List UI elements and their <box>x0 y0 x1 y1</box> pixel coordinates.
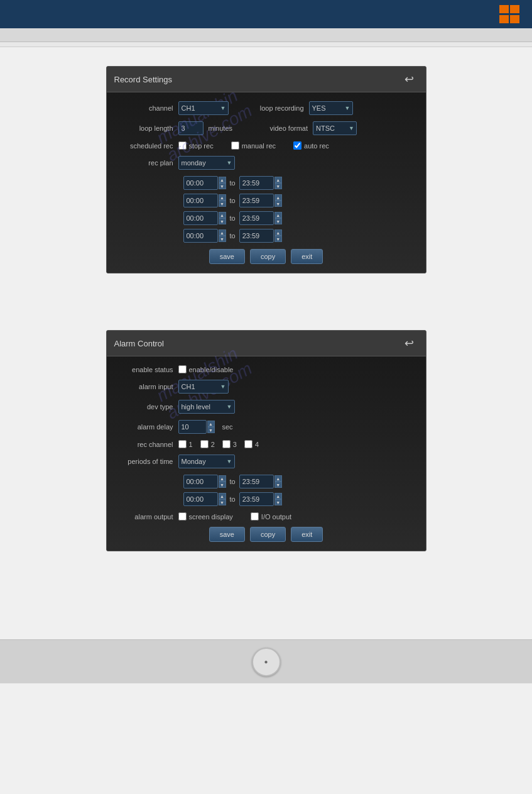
alarm-time2-from-up[interactable]: ▲ <box>219 493 226 499</box>
record-save-button[interactable]: save <box>209 249 245 264</box>
loop-length-input[interactable] <box>178 121 204 135</box>
alarm-control-panel: manualshinarchive.com Alarm Control ↩ en… <box>106 330 426 551</box>
record-time4-to-spinner: ▲ ▼ <box>239 229 282 243</box>
rec-ch1-label[interactable]: 1 <box>178 440 193 448</box>
record-time2-to-up[interactable]: ▲ <box>274 194 282 201</box>
alarm-time2-from-down[interactable]: ▼ <box>219 499 226 505</box>
alarm-delay-input[interactable] <box>178 420 207 434</box>
alarm-time2-to-up[interactable]: ▲ <box>274 493 282 499</box>
record-time4-to-arrows: ▲ ▼ <box>274 229 282 242</box>
io-output-checkbox-label[interactable]: I/O output <box>251 512 291 521</box>
stop-rec-checkbox[interactable] <box>178 141 187 150</box>
record-time2-to-input[interactable] <box>239 194 274 207</box>
alarm-control-back-button[interactable]: ↩ <box>401 336 418 351</box>
alarm-time2-to-input[interactable] <box>239 492 274 506</box>
alarm-time1-to-down[interactable]: ▼ <box>274 482 282 488</box>
record-time1-to-up[interactable]: ▲ <box>274 177 282 183</box>
record-settings-back-button[interactable]: ↩ <box>401 72 418 87</box>
record-time4-to-down[interactable]: ▼ <box>274 236 282 242</box>
alarm-time2-to-down[interactable]: ▼ <box>274 499 282 505</box>
channel-select-wrapper: CH1CH2CH3CH4 ▼ <box>178 101 229 115</box>
enable-disable-checkbox-label[interactable]: enable/disable <box>178 365 234 373</box>
loop-recording-select[interactable]: YESNO <box>309 101 353 115</box>
rec-ch2-checkbox[interactable] <box>200 440 209 448</box>
row-enable-status: enable status enable/disable <box>117 365 416 373</box>
periods-label: periods of time <box>117 458 173 465</box>
alarm-exit-button[interactable]: exit <box>291 527 323 542</box>
row-alarm-delay: alarm delay ▲ ▼ sec <box>117 420 416 434</box>
rec-plan-select[interactable]: mondaytuesdaywednesday thursdayfridaysat… <box>178 156 235 170</box>
record-time1-from-down[interactable]: ▼ <box>219 183 226 189</box>
record-time3-from-input[interactable] <box>183 211 218 225</box>
rec-ch4-checkbox[interactable] <box>244 440 252 448</box>
video-format-group: video format NTSCPAL ▼ <box>251 121 357 135</box>
record-time4-from-down[interactable]: ▼ <box>219 236 226 242</box>
record-time4-from-input[interactable] <box>183 229 218 243</box>
alarm-delay-up[interactable]: ▲ <box>207 421 215 427</box>
record-copy-button[interactable]: copy <box>250 249 286 264</box>
minutes-label: minutes <box>209 124 233 132</box>
manual-rec-checkbox[interactable] <box>231 141 239 150</box>
screen-display-checkbox[interactable] <box>178 512 187 521</box>
alarm-time2-to-spinner: ▲ ▼ <box>239 492 282 506</box>
record-time3-from-arrows: ▲ ▼ <box>219 212 226 224</box>
alarm-to-label-2: to <box>230 495 236 503</box>
alarm-save-button[interactable]: save <box>209 527 245 542</box>
record-time1-to-input[interactable] <box>239 176 274 190</box>
periods-select-wrapper: MondayTuesdayWednesday ThursdayFridaySat… <box>178 455 235 468</box>
periods-select[interactable]: MondayTuesdayWednesday ThursdayFridaySat… <box>178 455 235 468</box>
record-exit-button[interactable]: exit <box>291 249 323 264</box>
stop-rec-checkbox-label[interactable]: stop rec <box>178 141 214 150</box>
record-time4-from-spinner: ▲ ▼ <box>183 229 226 243</box>
alarm-copy-button[interactable]: copy <box>250 527 286 542</box>
auto-rec-checkbox[interactable] <box>293 141 301 150</box>
enable-disable-checkbox[interactable] <box>178 365 187 373</box>
record-time2-from-spinner: ▲ ▼ <box>183 194 226 207</box>
record-time4-to-input[interactable] <box>239 229 274 243</box>
main-content: manualshinarchive.com Record Settings ↩ … <box>0 47 532 639</box>
record-time2-from-input[interactable] <box>183 194 218 207</box>
video-format-select[interactable]: NTSCPAL <box>313 121 357 135</box>
rec-ch2-label[interactable]: 2 <box>200 440 215 448</box>
record-time1-to-down[interactable]: ▼ <box>274 183 282 189</box>
io-output-checkbox[interactable] <box>251 512 259 521</box>
record-time3-from-up[interactable]: ▲ <box>219 212 226 218</box>
rec-ch2-text: 2 <box>211 441 215 448</box>
record-time1-from-input[interactable] <box>183 176 218 190</box>
record-time3-to-input[interactable] <box>239 211 274 225</box>
dev-type-select[interactable]: high levellow level <box>178 400 235 414</box>
rec-ch3-label[interactable]: 3 <box>222 440 237 448</box>
alarm-time2-from-input[interactable] <box>183 492 218 506</box>
channel-select[interactable]: CH1CH2CH3CH4 <box>178 101 229 115</box>
alarm-time1-from-down[interactable]: ▼ <box>219 482 226 488</box>
alarm-time1-from-up[interactable]: ▲ <box>219 475 226 482</box>
record-time3-to-arrows: ▲ ▼ <box>274 212 282 224</box>
record-to-label-3: to <box>230 214 236 222</box>
record-time3-to-down[interactable]: ▼ <box>274 218 282 224</box>
alarm-time1-to-up[interactable]: ▲ <box>274 475 282 482</box>
screen-display-label: screen display <box>189 513 233 521</box>
record-time1-from-spinner: ▲ ▼ <box>183 176 226 190</box>
screen-display-checkbox-label[interactable]: screen display <box>178 512 233 521</box>
rec-ch1-checkbox[interactable] <box>178 440 187 448</box>
alarm-time1-from-input[interactable] <box>183 475 218 488</box>
record-time2-from-up[interactable]: ▲ <box>219 194 226 201</box>
manual-rec-checkbox-label[interactable]: manual rec <box>231 141 276 150</box>
dev-type-label: dev type <box>117 403 173 411</box>
rec-ch3-checkbox[interactable] <box>222 440 231 448</box>
alarm-time1-to-input[interactable] <box>239 475 274 488</box>
alarm-input-select[interactable]: CH1CH2CH3CH4 <box>178 380 229 394</box>
record-time3-from-down[interactable]: ▼ <box>219 218 226 224</box>
loop-recording-label: loop recording <box>247 104 304 112</box>
record-time2-to-down[interactable]: ▼ <box>274 201 282 207</box>
record-time4-to-up[interactable]: ▲ <box>274 229 282 236</box>
record-time4-from-up[interactable]: ▲ <box>219 229 226 236</box>
alarm-delay-down[interactable]: ▼ <box>207 427 215 433</box>
record-time1-from-up[interactable]: ▲ <box>219 177 226 183</box>
rec-ch4-label[interactable]: 4 <box>244 440 259 448</box>
auto-rec-checkbox-label[interactable]: auto rec <box>293 141 329 150</box>
home-button[interactable]: ● <box>252 648 281 676</box>
alarm-output-label: alarm output <box>117 513 173 521</box>
record-time3-to-up[interactable]: ▲ <box>274 212 282 218</box>
record-time2-from-down[interactable]: ▼ <box>219 201 226 207</box>
